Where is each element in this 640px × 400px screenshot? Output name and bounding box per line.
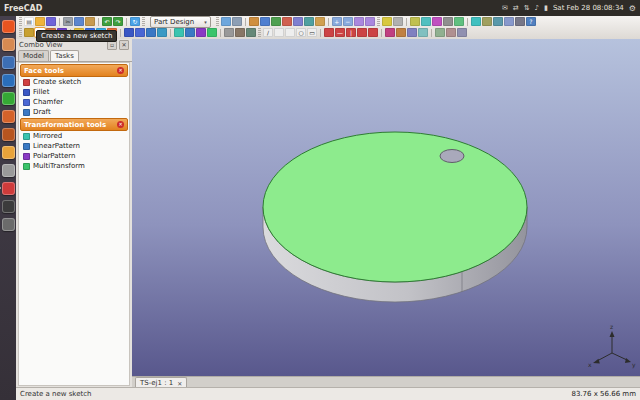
constraint-horizontal-icon[interactable]: — — [335, 28, 345, 37]
view-rear-icon[interactable] — [293, 17, 303, 26]
check-geometry-icon[interactable] — [471, 17, 481, 26]
launcher-trash-icon[interactable] — [2, 218, 15, 231]
launcher-freecad-icon[interactable] — [2, 182, 15, 195]
task-item-mirrored[interactable]: Mirrored — [19, 131, 129, 141]
toolbar-drag-handle[interactable] — [216, 17, 219, 26]
zoom-in-icon[interactable]: + — [332, 17, 342, 26]
part-box-icon[interactable] — [396, 28, 406, 37]
clone-icon[interactable] — [443, 17, 453, 26]
copy-icon[interactable] — [74, 17, 84, 26]
toggle-grid-icon[interactable] — [435, 28, 445, 37]
zoom-out-icon[interactable]: − — [343, 17, 353, 26]
constraint-coincident-icon[interactable] — [324, 28, 334, 37]
task-panel-header[interactable]: Face tools✕ — [20, 64, 128, 77]
datum-point-icon[interactable] — [432, 17, 442, 26]
task-panel-header[interactable]: Transformation tools✕ — [20, 118, 128, 131]
launcher-libreoffice-calc-icon[interactable] — [2, 92, 15, 105]
launcher-ubuntu-software-icon[interactable] — [2, 128, 15, 141]
sketch-arc-icon[interactable] — [285, 28, 295, 37]
task-item-linear-pattern[interactable]: LinearPattern — [19, 141, 129, 151]
sketch-polyline-icon[interactable] — [274, 28, 284, 37]
launcher-amazon-icon[interactable] — [2, 146, 15, 159]
session-menu-icon[interactable]: ⚙ — [629, 4, 636, 13]
toolbar-drag-handle[interactable] — [258, 28, 261, 37]
datum-line-icon[interactable] — [421, 17, 431, 26]
fillet-icon[interactable] — [124, 28, 134, 37]
migrate-icon[interactable] — [224, 28, 234, 37]
toolbar-drag-handle[interactable] — [19, 17, 22, 26]
3d-viewport-canvas[interactable]: z x y — [132, 39, 640, 377]
document-tab-close-icon[interactable]: ✕ — [177, 380, 182, 387]
sketch-circle-icon[interactable]: ○ — [296, 28, 306, 37]
sketch-rectangle-icon[interactable]: ▭ — [307, 28, 317, 37]
disc-top-face[interactable] — [263, 132, 527, 282]
task-item-polar-pattern[interactable]: PolarPattern — [19, 151, 129, 161]
panel-close-icon[interactable]: ✕ — [117, 121, 124, 128]
fit-all-icon[interactable] — [221, 17, 231, 26]
appmenu-title[interactable]: FreeCAD — [4, 4, 42, 13]
battery-indicator-icon[interactable]: ▮ — [544, 0, 548, 16]
part-cylinder-icon[interactable] — [407, 28, 417, 37]
launcher-terminal-icon[interactable] — [2, 200, 15, 213]
launcher-dash-home-icon[interactable] — [2, 20, 15, 33]
rotate-left-icon[interactable] — [354, 17, 364, 26]
linear-pattern-icon[interactable] — [185, 28, 195, 37]
toggle-snap-icon[interactable] — [446, 28, 456, 37]
close-dock-icon[interactable]: ✕ — [119, 40, 129, 50]
sketch-line-icon[interactable]: / — [263, 28, 273, 37]
view-top-icon[interactable] — [271, 17, 281, 26]
workbench-selector[interactable]: Part Design▾ — [150, 16, 211, 28]
paste-icon[interactable] — [85, 17, 95, 26]
task-item-multitransform[interactable]: MultiTransform — [19, 161, 129, 171]
launcher-files-icon[interactable] — [2, 38, 15, 51]
draw-style-icon[interactable] — [232, 17, 242, 26]
polar-pattern-icon[interactable] — [196, 28, 206, 37]
view-left-icon[interactable] — [315, 17, 325, 26]
tab-tasks[interactable]: Tasks — [50, 50, 79, 61]
network-indicator-icon[interactable]: ⇅ — [524, 0, 530, 16]
open-document-icon[interactable] — [35, 17, 45, 26]
3d-viewport[interactable]: z x y — [132, 39, 640, 377]
shaft-wizard-icon[interactable] — [235, 28, 245, 37]
draft-icon[interactable] — [146, 28, 156, 37]
new-document-icon[interactable]: ▤ — [24, 17, 34, 26]
appearance-icon[interactable] — [493, 17, 503, 26]
clock[interactable]: Sat Feb 28 08:08:34 — [553, 4, 624, 12]
whats-this-icon[interactable]: ? — [526, 17, 536, 26]
view-bottom-icon[interactable] — [304, 17, 314, 26]
measure-distance-icon[interactable] — [382, 17, 392, 26]
axis-cross-icon[interactable] — [515, 17, 525, 26]
tab-model[interactable]: Model — [18, 50, 49, 61]
toolbar-drag-handle[interactable] — [142, 17, 145, 26]
panel-close-icon[interactable]: ✕ — [117, 67, 124, 74]
mail-indicator-icon[interactable]: ✉ — [502, 0, 508, 16]
mirrored-icon[interactable] — [174, 28, 184, 37]
task-item-draft[interactable]: Draft — [19, 107, 129, 117]
shape-binder-icon[interactable] — [454, 17, 464, 26]
view-right-icon[interactable] — [282, 17, 292, 26]
multitransform-icon[interactable] — [207, 28, 217, 37]
volume-indicator-icon[interactable]: ♪ — [535, 0, 539, 16]
part-sphere-icon[interactable] — [418, 28, 428, 37]
rotate-right-icon[interactable] — [365, 17, 375, 26]
cut-icon[interactable]: ✂ — [63, 17, 73, 26]
boolean-icon[interactable] — [385, 28, 395, 37]
datum-plane-icon[interactable] — [410, 17, 420, 26]
thickness-icon[interactable] — [157, 28, 167, 37]
save-document-icon[interactable] — [46, 17, 56, 26]
view-isometric-icon[interactable] — [249, 17, 259, 26]
view-front-icon[interactable] — [260, 17, 270, 26]
redo-icon[interactable]: ↷ — [113, 17, 123, 26]
task-item-chamfer[interactable]: Chamfer — [19, 97, 129, 107]
create-body-icon[interactable] — [24, 28, 34, 37]
chamfer-icon[interactable] — [135, 28, 145, 37]
bluetooth-indicator-icon[interactable]: ⇄ — [513, 0, 519, 16]
toolbar-drag-handle[interactable] — [377, 17, 380, 26]
disc-hole[interactable] — [440, 150, 464, 163]
task-item-fillet[interactable]: Fillet — [19, 87, 129, 97]
toolbar-drag-handle[interactable] — [19, 28, 22, 37]
render-quality-icon[interactable] — [457, 28, 467, 37]
involute-gear-icon[interactable] — [246, 28, 256, 37]
refresh-icon[interactable]: ↻ — [130, 17, 140, 26]
constraint-lock-icon[interactable] — [368, 28, 378, 37]
